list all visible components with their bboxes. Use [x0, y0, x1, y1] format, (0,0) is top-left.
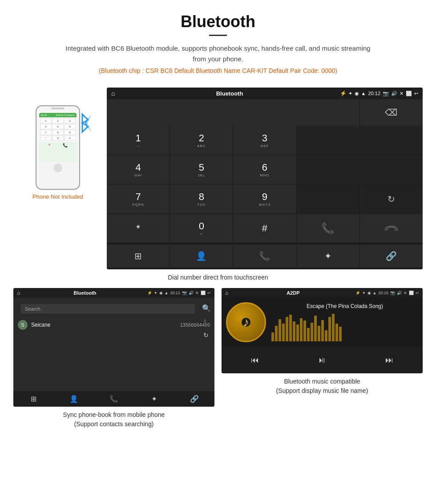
key-5[interactable]: 5JKL	[170, 155, 233, 184]
eq-bar	[335, 324, 338, 341]
dialer-input[interactable]	[107, 99, 359, 126]
phone-screen-top: M:20Add to Contacts	[39, 113, 77, 117]
key-4[interactable]: 4GHI	[107, 155, 170, 184]
android-dialer-screen: ⌂ Bluetooth ⚡ ✦ ◉ ▲ 20:12 📷 🔊 ✕ ⬜ ↩ ⌫	[107, 88, 423, 269]
eq-bar	[325, 330, 327, 341]
pb-signal-icon: ▲	[165, 291, 169, 295]
eq-bar	[275, 326, 278, 341]
key-hash[interactable]: #	[233, 214, 296, 243]
phone-not-included-label: Phone Not Included	[32, 193, 83, 200]
pb-status-icons: ✦ ◉ ▲ 20:11 📷 🔊 ✕ ⬜ ↩	[154, 291, 211, 295]
link-nav-button[interactable]: 🔗	[360, 244, 423, 268]
status-bar: ⌂ Bluetooth ⚡ ✦ ◉ ▲ 20:12 📷 🔊 ✕ ⬜ ↩	[107, 88, 423, 99]
phone-bottom-btns: ✕ 📞	[39, 142, 77, 149]
music-equalizer	[271, 315, 418, 341]
prev-button[interactable]: ⏮	[247, 352, 263, 368]
contacts-nav-button[interactable]: 👤	[170, 244, 233, 268]
page-title: Bluetooth	[0, 12, 436, 31]
backspace-button[interactable]: ⌫	[360, 99, 423, 126]
fullscreen-icon[interactable]: ⬜	[406, 91, 412, 96]
pb-calls-btn[interactable]: 📞	[94, 395, 134, 403]
key-6[interactable]: 6MNO	[233, 155, 296, 184]
phonebook-caption: Sync phone-book from mobile phone (Suppo…	[63, 410, 165, 429]
pb-search-placeholder: Search	[25, 306, 40, 312]
call-button[interactable]: 📞	[297, 214, 359, 243]
music-item: ⌂ A2DP ⚡ ✦ ◉ ▲ 20:15 📷 🔊 ✕ ⬜ ↩	[222, 288, 423, 429]
eq-bar	[271, 332, 274, 341]
music-album-art: ♪	[226, 302, 266, 342]
key-2[interactable]: 2ABC	[170, 126, 233, 155]
music-cam-icon: 📷	[390, 291, 395, 295]
dialer-grid: 1·― 2ABC 3DEF 4GHI 5JKL 6MNO 7PQRS	[107, 126, 423, 243]
phone-screen: M:20Add to Contacts 123 456 789 *0# ✕ 📞	[39, 113, 77, 162]
dialer-bottom-nav: ⊞ 👤 📞 ✦ 🔗	[107, 243, 423, 269]
pb-contact-row[interactable]: S Seicane 13566664466	[13, 316, 214, 333]
pb-search-bar[interactable]: Search	[20, 304, 195, 314]
bluetooth-nav-button[interactable]: ✦	[297, 244, 359, 268]
eq-bar	[279, 319, 281, 341]
pb-dialpad-btn[interactable]: ⊞	[13, 395, 53, 403]
phone-home-btn	[53, 164, 62, 172]
pb-side-refresh-icon[interactable]: ↻	[203, 332, 211, 339]
music-back-icon[interactable]: ↩	[416, 291, 419, 295]
music-home-icon[interactable]: ⌂	[225, 290, 228, 296]
status-icons: ✦ ◉ ▲ 20:12 📷 🔊 ✕ ⬜ ↩	[348, 91, 418, 96]
pb-close-icon[interactable]: ✕	[195, 291, 199, 295]
pb-bluetooth-btn[interactable]: ✦	[134, 395, 174, 403]
phone-illustration: M:20Add to Contacts 123 456 789 *0# ✕ 📞	[31, 101, 85, 190]
key-star[interactable]: *	[107, 214, 170, 243]
dial-caption: Dial number direct from touchscreen	[0, 274, 436, 281]
pb-contacts-btn[interactable]: 👤	[53, 395, 93, 403]
back-icon[interactable]: ↩	[414, 91, 418, 96]
location-icon: ◉	[355, 91, 359, 96]
music-close-icon[interactable]: ✕	[404, 291, 407, 295]
key-7[interactable]: 7PQRS	[107, 184, 170, 213]
music-screen-title: A2DP	[231, 290, 355, 296]
display-empty-1	[297, 126, 423, 155]
pb-contact-name: Seicane	[31, 322, 180, 328]
music-signal-icon: ▲	[373, 291, 377, 295]
play-pause-button[interactable]: ⏯	[314, 352, 330, 368]
music-caption: Bluetooth music compatible (Support disp…	[276, 377, 368, 396]
eq-bar	[293, 321, 295, 341]
phone-keypad: 123 456 789 *0#	[39, 117, 77, 142]
dialpad-nav-button[interactable]: ⊞	[107, 244, 170, 268]
key-8[interactable]: 8TUV	[170, 184, 233, 213]
pb-home-icon[interactable]: ⌂	[17, 290, 20, 296]
music-note-icon: ♪	[243, 315, 249, 329]
music-win-icon[interactable]: ⬜	[409, 291, 414, 295]
eq-bar	[307, 328, 310, 341]
music-controls: ⏮ ⏯ ⏭	[222, 347, 423, 373]
key-1[interactable]: 1·―	[107, 126, 170, 155]
time-display: 20:12	[368, 91, 380, 96]
pb-search-icon[interactable]: 🔍	[202, 304, 211, 312]
eq-bar	[311, 323, 313, 341]
music-status-icons: ✦ ◉ ▲ 20:15 📷 🔊 ✕ ⬜ ↩	[362, 291, 419, 295]
volume-icon: 🔊	[391, 91, 397, 96]
key-9[interactable]: 9WXYZ	[233, 184, 296, 213]
display-empty-3	[297, 184, 359, 213]
key-0[interactable]: 0+	[170, 214, 233, 243]
music-time: 20:15	[378, 291, 388, 295]
bluetooth-status-icon: ✦	[348, 91, 352, 96]
refresh-button[interactable]: ↻	[360, 184, 423, 213]
usb-icon: ⚡	[340, 90, 347, 96]
pb-time: 20:11	[170, 291, 180, 295]
eq-bar	[314, 316, 317, 341]
pb-back-icon[interactable]: ↩	[207, 291, 211, 295]
pb-side-call-icon[interactable]: 📞	[203, 319, 211, 326]
eq-bar	[332, 314, 335, 341]
key-3[interactable]: 3DEF	[233, 126, 296, 155]
pb-usb-icon: ⚡	[147, 291, 152, 295]
dialer-display-row: ⌫	[107, 99, 423, 126]
close-icon[interactable]: ✕	[400, 91, 404, 96]
end-call-button[interactable]: 📞	[360, 214, 423, 243]
pb-link-btn[interactable]: 🔗	[174, 395, 214, 403]
music-body: ♪ Escape (The Pina Colada Song)	[222, 298, 423, 347]
pb-win-icon[interactable]: ⬜	[201, 291, 206, 295]
pb-bottom-nav: ⊞ 👤 📞 ✦ 🔗	[13, 391, 214, 407]
home-icon[interactable]: ⌂	[111, 90, 115, 97]
music-status-bar: ⌂ A2DP ⚡ ✦ ◉ ▲ 20:15 📷 🔊 ✕ ⬜ ↩	[222, 288, 423, 298]
next-button[interactable]: ⏭	[381, 352, 397, 368]
calls-nav-button[interactable]: 📞	[233, 244, 296, 268]
